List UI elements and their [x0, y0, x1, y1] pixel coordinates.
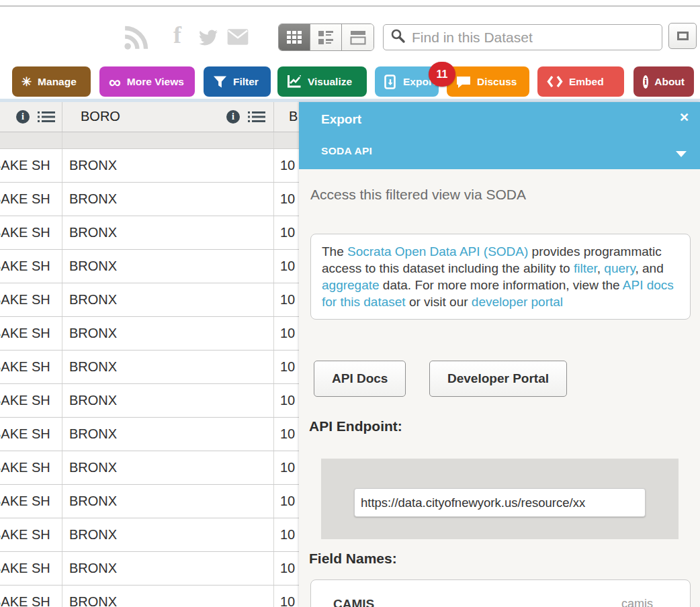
close-icon[interactable]: ✕ [679, 110, 689, 125]
api-endpoint-input[interactable] [354, 488, 646, 517]
blank-cell [62, 132, 274, 148]
cell-building[interactable]: 10 [274, 183, 299, 216]
cell-building[interactable]: 10 [274, 418, 299, 451]
cell-dba[interactable]: BAKE SH [0, 384, 62, 417]
column-header-building[interactable]: B [274, 102, 299, 132]
cell-dba[interactable]: BAKE SH [0, 351, 62, 383]
table-row[interactable]: BAKE SH BRONX 10 [0, 250, 299, 283]
filter-button[interactable]: Filter [204, 66, 271, 97]
cell-boro[interactable]: BRONX [62, 149, 274, 182]
table-row[interactable]: BAKE SH BRONX 10 [0, 418, 299, 451]
column-menu-icon[interactable] [38, 111, 55, 126]
cell-boro[interactable]: BRONX [62, 250, 274, 283]
more-views-button[interactable]: ∞ More Views [99, 66, 195, 97]
api-docs-button[interactable]: API Docs [314, 361, 406, 397]
table-row[interactable]: BAKE SH BRONX 10 [0, 149, 299, 183]
cell-boro[interactable]: BRONX [62, 552, 274, 585]
field-names-box: CAMIS camis [310, 579, 691, 607]
cell-building[interactable]: 10 [274, 485, 299, 518]
discuss-button[interactable]: Discuss [447, 66, 529, 97]
cell-boro[interactable]: BRONX [62, 485, 274, 518]
email-icon[interactable] [226, 28, 250, 48]
developer-portal-link[interactable]: developer portal [472, 295, 563, 309]
soda-description-box: The Socrata Open Data API (SODA) provide… [310, 234, 691, 320]
table-row[interactable]: BAKE SH BRONX 10 [0, 384, 299, 418]
table-row[interactable]: BAKE SH BRONX 10 [0, 216, 299, 250]
table-row[interactable]: BAKE SH BRONX 10 [0, 586, 299, 607]
embed-button[interactable]: Embed [537, 66, 624, 97]
cell-building[interactable]: 10 [274, 552, 299, 585]
search-input[interactable] [412, 30, 662, 46]
column-menu-icon[interactable] [248, 111, 265, 126]
cell-building[interactable]: 10 [274, 216, 299, 249]
cell-boro[interactable]: BRONX [62, 216, 274, 249]
grid-view-button[interactable] [279, 24, 310, 50]
cell-boro[interactable]: BRONX [62, 418, 274, 451]
soda-api-section-header[interactable]: SODA API [299, 138, 700, 169]
column-info-icon[interactable]: i [16, 110, 30, 124]
cell-dba[interactable]: BAKE SH [0, 586, 62, 607]
table-row[interactable]: BAKE SH BRONX 10 [0, 317, 299, 351]
fatrow-view-button[interactable] [310, 24, 342, 50]
cell-dba[interactable]: BAKE SH [0, 451, 62, 484]
table-row[interactable]: BAKE SH BRONX 10 [0, 518, 299, 552]
cell-building[interactable]: 10 [274, 250, 299, 283]
field-names-label: Field Names: [309, 551, 397, 567]
cell-boro[interactable]: BRONX [62, 384, 274, 417]
visualize-label: Visualize [308, 76, 352, 88]
aggregate-link[interactable]: aggregate [322, 278, 380, 292]
search-icon [390, 28, 406, 47]
table-row[interactable]: BAKE SH BRONX 10 [0, 351, 299, 384]
funnel-icon [213, 75, 227, 89]
cell-boro[interactable]: BRONX [62, 451, 274, 484]
cell-dba[interactable]: BAKE SH [0, 518, 62, 551]
cell-building[interactable]: 10 [274, 283, 299, 316]
cell-building[interactable]: 10 [274, 317, 299, 350]
cell-dba[interactable]: BAKE SH [0, 149, 62, 182]
soda-api-link[interactable]: Socrata Open Data API (SODA) [347, 244, 528, 259]
cell-dba[interactable]: BAKE SH [0, 283, 62, 316]
description-text: or visit our [406, 295, 472, 309]
manage-button[interactable]: ✳ Manage [12, 66, 91, 97]
about-button[interactable]: i About [633, 66, 694, 97]
twitter-icon[interactable] [197, 28, 220, 50]
cell-dba[interactable]: BAKE SH [0, 552, 62, 585]
cell-boro[interactable]: BRONX [62, 586, 274, 607]
cell-building[interactable]: 10 [274, 518, 299, 551]
cell-boro[interactable]: BRONX [62, 283, 274, 316]
cell-dba[interactable]: BAKE SH [0, 216, 62, 249]
filter-link[interactable]: filter [574, 261, 597, 275]
table-row[interactable]: BAKE SH BRONX 10 [0, 451, 299, 485]
table-row[interactable]: BAKE SH BRONX 10 [0, 283, 299, 317]
fullscreen-button[interactable] [668, 23, 697, 49]
export-panel-body: Access this filtered view via SODA The S… [299, 169, 700, 607]
cell-dba[interactable]: BAKE SH [0, 418, 62, 451]
table-row[interactable]: BAKE SH BRONX 10 [0, 183, 299, 216]
cell-dba[interactable]: BAKE SH [0, 485, 62, 518]
rss-icon[interactable] [123, 26, 148, 54]
facebook-icon[interactable]: f [173, 23, 181, 47]
cell-building[interactable]: 10 [274, 384, 299, 417]
cell-boro[interactable]: BRONX [62, 183, 274, 216]
cell-dba[interactable]: BAKE SH [0, 250, 62, 283]
cell-boro[interactable]: BRONX [62, 351, 274, 383]
cell-building[interactable]: 10 [274, 351, 299, 383]
cell-building[interactable]: 10 [274, 149, 299, 182]
dataset-table: i BORO i B BAKE SH BRONX 10 BAKE SH BRON… [0, 102, 299, 607]
table-row[interactable]: BAKE SH BRONX 10 [0, 552, 299, 586]
page-view-button[interactable] [342, 24, 374, 50]
column-header-dba[interactable]: i [0, 102, 62, 132]
cell-dba[interactable]: BAKE SH [0, 183, 62, 216]
cell-building[interactable]: 10 [274, 451, 299, 484]
cell-boro[interactable]: BRONX [62, 518, 274, 551]
column-header-boro[interactable]: BORO i [62, 102, 274, 132]
cell-building[interactable]: 10 [274, 586, 299, 607]
field-row: CAMIS camis [311, 580, 690, 607]
column-info-icon[interactable]: i [226, 110, 240, 124]
developer-portal-button[interactable]: Developer Portal [429, 361, 567, 397]
visualize-button[interactable]: Visualize [277, 66, 367, 97]
cell-dba[interactable]: BAKE SH [0, 317, 62, 350]
cell-boro[interactable]: BRONX [62, 317, 274, 350]
table-row[interactable]: BAKE SH BRONX 10 [0, 485, 299, 518]
query-link[interactable]: query [604, 261, 635, 275]
